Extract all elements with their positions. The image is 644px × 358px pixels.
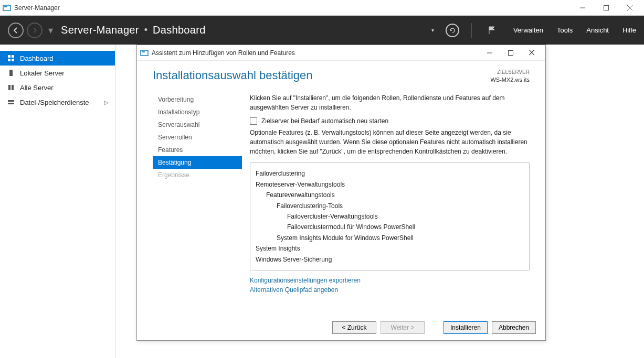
nav-step-vorbereitung[interactable]: Vorbereitung: [153, 93, 242, 106]
target-server: WS-MX2.ws.its: [490, 76, 530, 84]
link-export-config[interactable]: Konfigurationseinstellungen exportieren: [250, 276, 530, 285]
feature-item: System Insights Module for Windows Power…: [256, 233, 524, 243]
nav-step-features[interactable]: Features: [153, 144, 242, 156]
link-alt-sourcepath[interactable]: Alternativen Quellpfad angeben: [250, 285, 530, 295]
menu-verwalten[interactable]: Verwalten: [513, 26, 543, 34]
feature-item: Featureverwaltungstools: [256, 190, 524, 200]
sidebar-item-local-server[interactable]: Lokaler Server: [0, 66, 115, 80]
add-roles-wizard-dialog: Assistent zum Hinzufügen von Rollen und …: [136, 45, 546, 341]
restart-checkbox-label: Zielserver bei Bedarf automatisch neu st…: [261, 117, 388, 125]
next-button: Weiter >: [381, 321, 425, 334]
target-label: ZIELSERVER: [490, 69, 530, 76]
svg-rect-14: [8, 103, 14, 104]
servers-icon: [6, 84, 16, 91]
dialog-body: Installationsauswahl bestätigen ZIELSERV…: [137, 61, 545, 314]
outer-window-controls: [571, 1, 641, 15]
close-button[interactable]: [618, 1, 641, 15]
feature-item: Failoverclustering-Tools: [256, 201, 524, 211]
header-app-name: Server-Manager: [61, 24, 139, 36]
flag-icon[interactable]: [484, 23, 500, 38]
svg-rect-1: [4, 6, 7, 7]
svg-rect-7: [12, 55, 14, 58]
maximize-button[interactable]: [594, 1, 618, 15]
nav-step-label: Bestätigung: [158, 159, 191, 166]
svg-rect-10: [9, 70, 13, 76]
menu-ansicht[interactable]: Ansicht: [586, 26, 609, 34]
sidebar-item-label: Datei-/Speicherdienste: [20, 99, 89, 106]
refresh-icon[interactable]: [446, 24, 459, 37]
svg-rect-9: [12, 59, 14, 61]
chevron-right-icon: ▷: [104, 100, 109, 105]
feature-item: Failovercluster-Verwaltungstools: [256, 211, 524, 222]
dialog-links: Konfigurationseinstellungen exportieren …: [250, 276, 530, 295]
restart-checkbox[interactable]: [250, 117, 257, 125]
nav-step-serverauswahl[interactable]: Serverauswahl: [153, 118, 242, 131]
nav-step-label: Ergebnisse: [158, 171, 189, 179]
cancel-button[interactable]: Abbrechen: [492, 321, 536, 334]
feature-item: Remoteserver-Verwaltungstools: [256, 179, 524, 190]
feature-list-box: Failoverclustering Remoteserver-Verwaltu…: [250, 162, 530, 270]
tools-dropdown-caret[interactable]: ▾: [431, 27, 434, 33]
nav-step-label: Vorbereitung: [158, 96, 194, 103]
svg-rect-3: [604, 5, 608, 10]
nav-step-label: Features: [158, 146, 183, 154]
svg-rect-15: [141, 50, 148, 56]
nav-step-installationstyp[interactable]: Installationstyp: [153, 106, 242, 118]
sidebar-item-label: Dashboard: [20, 55, 54, 62]
dialog-target-info: ZIELSERVER WS-MX2.ws.its: [490, 69, 530, 84]
feature-item: Failoverclustermodul für Windows PowerSh…: [256, 222, 524, 232]
dialog-titlebar: Assistent zum Hinzufügen von Rollen und …: [137, 45, 545, 61]
nav-step-label: Serverrollen: [158, 134, 192, 141]
main-area: Dashboard Lokaler Server Alle Server Dat…: [0, 45, 644, 358]
header-separator: [471, 23, 472, 38]
nav-step-ergebnisse: Ergebnisse: [153, 169, 242, 181]
svg-rect-0: [3, 5, 10, 10]
install-button[interactable]: Installieren: [444, 321, 488, 334]
app-header: ▾ Server-Manager • Dashboard ▾ Verwalten…: [0, 16, 644, 45]
storage-icon: [6, 99, 16, 106]
back-button[interactable]: < Zurück: [332, 321, 376, 334]
svg-rect-18: [509, 50, 513, 55]
menu-hilfe[interactable]: Hilfe: [622, 26, 636, 34]
server-manager-icon: [140, 49, 149, 57]
sidebar-item-label: Alle Server: [20, 84, 54, 92]
header-tools: ▾ Verwalten Tools Ansicht Hilfe: [431, 23, 636, 38]
menu-tools[interactable]: Tools: [557, 26, 573, 34]
svg-rect-11: [8, 85, 10, 90]
breadcrumb-separator-icon: •: [144, 25, 147, 36]
nav-step-serverrollen[interactable]: Serverrollen: [153, 131, 242, 144]
dialog-close-button[interactable]: [521, 46, 542, 60]
dialog-button-bar: < Zurück Weiter > Installieren Abbrechen: [137, 314, 545, 340]
header-page-name: Dashboard: [153, 24, 206, 36]
nav-step-bestaetigung[interactable]: Bestätigung: [153, 156, 242, 169]
minimize-button[interactable]: [571, 1, 594, 15]
feature-item: Windows Server-Sicherung: [256, 254, 524, 265]
dropdown-caret-icon[interactable]: ▾: [48, 25, 53, 36]
dialog-minimize-button[interactable]: [479, 46, 500, 60]
dialog-heading: Installationsauswahl bestätigen: [153, 69, 490, 82]
svg-rect-12: [12, 85, 14, 90]
nav-step-label: Serverauswahl: [158, 121, 199, 128]
nav-back-button[interactable]: [8, 23, 24, 38]
outer-titlebar: Server-Manager: [0, 0, 644, 16]
sidebar-item-all-servers[interactable]: Alle Server: [0, 80, 115, 95]
feature-item: System Insights: [256, 243, 524, 254]
server-icon: [6, 69, 16, 77]
dialog-note-text: Optionale Features (z. B. Verwaltungstoo…: [250, 128, 530, 156]
svg-rect-13: [8, 100, 14, 102]
sidebar-item-dashboard[interactable]: Dashboard: [0, 51, 115, 66]
svg-rect-16: [142, 51, 145, 52]
dialog-content: Klicken Sie auf "Installieren", um die f…: [242, 93, 530, 314]
server-manager-icon: [3, 4, 11, 12]
restart-checkbox-row: Zielserver bei Bedarf automatisch neu st…: [250, 117, 530, 125]
dialog-maximize-button[interactable]: [500, 46, 521, 60]
outer-window-title: Server-Manager: [14, 4, 571, 12]
svg-rect-6: [8, 55, 10, 58]
svg-rect-8: [8, 59, 10, 61]
sidebar-item-storage[interactable]: Datei-/Speicherdienste ▷: [0, 95, 115, 110]
nav-forward-button[interactable]: [27, 23, 43, 38]
dashboard-icon: [6, 55, 16, 62]
sidebar: Dashboard Lokaler Server Alle Server Dat…: [0, 45, 115, 358]
dialog-title: Assistent zum Hinzufügen von Rollen und …: [152, 49, 479, 57]
content-area: Assistent zum Hinzufügen von Rollen und …: [115, 45, 644, 358]
